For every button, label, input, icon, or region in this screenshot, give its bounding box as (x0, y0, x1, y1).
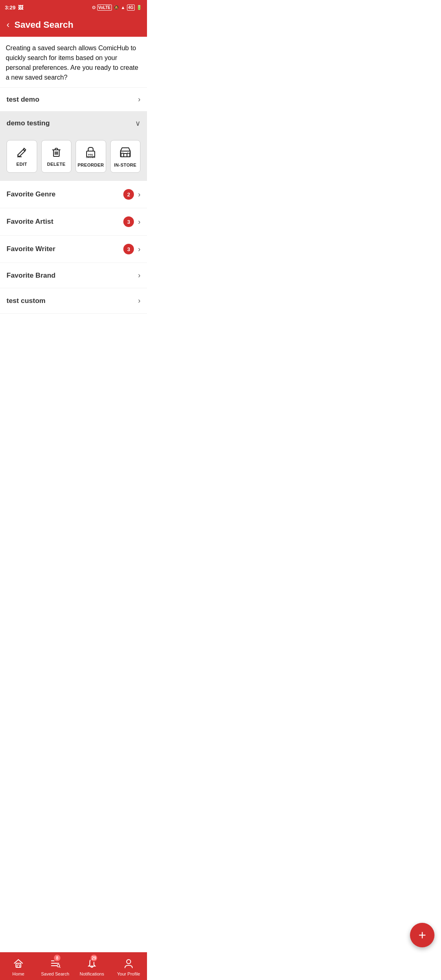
favorite-brand-right: › (138, 271, 140, 280)
main-content: Creating a saved search allows ComicHub … (0, 37, 147, 346)
edit-label: EDIT (16, 162, 27, 167)
saved-search-item-1[interactable]: test demo › (0, 88, 147, 111)
delete-icon (51, 146, 62, 159)
delete-button[interactable]: DELETE (41, 140, 72, 173)
saved-search-name-2: demo testing (7, 119, 50, 127)
test-custom-label: test custom (7, 297, 45, 305)
chevron-right-custom: › (138, 296, 140, 305)
saved-search-expandable-2[interactable]: demo testing ∨ (0, 111, 147, 135)
header: ‹ Saved Search (0, 15, 147, 37)
page-title: Saved Search (14, 20, 73, 30)
edit-button[interactable]: EDIT (7, 140, 37, 173)
favorite-brand-left: Favorite Brand (7, 272, 56, 280)
description-text: Creating a saved search allows ComicHub … (0, 37, 147, 88)
4g-icon: 4G (127, 4, 135, 11)
favorite-artist-right: 3 › (123, 216, 140, 227)
favorite-writer-item[interactable]: Favorite Writer 3 › (0, 236, 147, 263)
photo-icon: 🖼 (18, 4, 23, 11)
chevron-down-icon-2: ∨ (135, 119, 140, 128)
preorder-icon: PRE ORDER (84, 145, 97, 160)
svg-text:ORDER: ORDER (86, 156, 96, 158)
favorite-artist-left: Favorite Artist (7, 218, 53, 226)
instore-button[interactable]: IN-STORE (110, 140, 141, 173)
instore-label: IN-STORE (114, 163, 136, 167)
test-custom-right: › (138, 296, 140, 305)
favorite-genre-left: Favorite Genre (7, 190, 56, 198)
delete-label: DELETE (47, 162, 65, 167)
favorite-genre-badge: 2 (123, 189, 134, 200)
back-button[interactable]: ‹ (7, 20, 9, 29)
preorder-label: PREORDER (78, 163, 104, 167)
preorder-button[interactable]: PRE ORDER PREORDER (76, 140, 106, 173)
status-bar-left: 3:29 🖼 (5, 4, 23, 11)
chevron-right-brand: › (138, 271, 140, 280)
chevron-right-writer: › (138, 245, 140, 254)
svg-rect-10 (124, 154, 127, 157)
favorite-artist-label: Favorite Artist (7, 218, 53, 226)
battery-icon: 🔋 (136, 5, 142, 10)
instore-icon (119, 145, 132, 160)
signal-icon: ▲ (121, 5, 125, 10)
favorite-writer-right: 3 › (123, 244, 140, 254)
favorite-brand-item[interactable]: Favorite Brand › (0, 263, 147, 288)
favorite-writer-left: Favorite Writer (7, 245, 56, 253)
favorite-genre-item[interactable]: Favorite Genre 2 › (0, 181, 147, 208)
location-icon: ⊙ (92, 5, 96, 10)
favorite-artist-item[interactable]: Favorite Artist 3 › (0, 208, 147, 236)
favorite-brand-label: Favorite Brand (7, 272, 56, 280)
favorite-genre-label: Favorite Genre (7, 190, 56, 198)
volte-icon: VoLTE (97, 4, 112, 11)
action-buttons-row: EDIT DELETE PRE (0, 135, 147, 181)
test-custom-left: test custom (7, 297, 45, 305)
chevron-right-genre: › (138, 190, 140, 199)
mute-icon: 🔕 (114, 5, 119, 10)
favorite-artist-badge: 3 (123, 216, 134, 227)
time-display: 3:29 (5, 4, 16, 11)
favorite-writer-badge: 3 (123, 244, 134, 254)
chevron-right-artist: › (138, 218, 140, 226)
status-bar-right: ⊙ VoLTE 🔕 ▲ 4G 🔋 (92, 4, 142, 11)
edit-icon (16, 146, 27, 159)
status-bar: 3:29 🖼 ⊙ VoLTE 🔕 ▲ 4G 🔋 (0, 0, 147, 15)
chevron-right-icon-1: › (138, 95, 140, 104)
favorite-genre-right: 2 › (123, 189, 140, 200)
test-custom-item[interactable]: test custom › (0, 288, 147, 314)
saved-search-name-1: test demo (7, 96, 39, 104)
favorite-writer-label: Favorite Writer (7, 245, 56, 253)
